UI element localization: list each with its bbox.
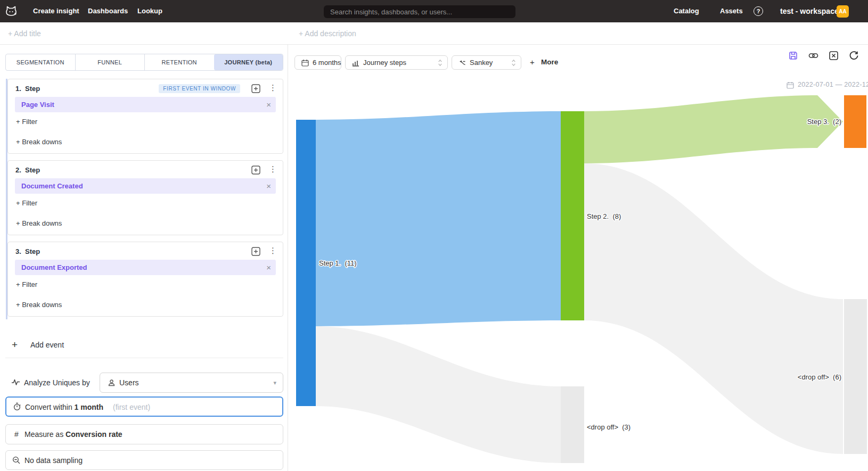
- convert-value: 1 month: [75, 403, 103, 411]
- event-name[interactable]: Document Exported: [21, 260, 87, 275]
- conversion-window-row[interactable]: Convert within 1 month(first event): [5, 396, 283, 417]
- search-input[interactable]: [324, 5, 515, 18]
- label-step1: Step 1. (11): [319, 259, 357, 267]
- label-step2: Step 2. (8): [587, 212, 621, 220]
- label-step3: Step 3. (2): [807, 118, 841, 126]
- analyze-entity-value: Users: [119, 373, 139, 392]
- global-search: [324, 5, 515, 18]
- insight-toolbar: + Add title + Add description: [0, 22, 868, 45]
- conversion-window-text: Convert within 1 month(first event): [25, 398, 150, 417]
- measure-value: Conversion rate: [65, 430, 122, 439]
- avatar[interactable]: AA: [837, 5, 849, 18]
- event-name[interactable]: Document Created: [21, 178, 83, 194]
- data-sampling-row[interactable]: No data sampling: [5, 450, 283, 470]
- nav-assets[interactable]: Assets: [720, 0, 743, 22]
- add-breakdown-link[interactable]: + Break downs: [16, 219, 62, 227]
- step-card-1: 1. Step FIRST EVENT IN WINDOW ⋮ Page Vis…: [7, 79, 283, 154]
- top-nav: Create insight Dashboards Lookup Catalog…: [0, 0, 868, 22]
- tab-retention[interactable]: RETENTION: [144, 54, 214, 70]
- sankey-chart: Step 1. (11) Step 2. (8) Step 3. (2) <dr…: [288, 45, 868, 471]
- help-icon[interactable]: ?: [754, 6, 763, 16]
- workspace-name[interactable]: test - workspace: [780, 0, 839, 22]
- zoom-out-icon: [12, 456, 21, 465]
- nav-lookup[interactable]: Lookup: [137, 0, 162, 22]
- flow-step2-dropoff[interactable]: [584, 163, 843, 454]
- add-breakdown-link[interactable]: + Break downs: [16, 301, 62, 309]
- tab-journey[interactable]: JOURNEY (beta): [214, 54, 283, 70]
- plus-icon: +: [12, 338, 18, 351]
- analyze-entity-select[interactable]: Users ▾: [100, 373, 283, 393]
- tab-segmentation[interactable]: SEGMENTATION: [6, 54, 75, 70]
- convert-suffix: (first event): [113, 403, 150, 411]
- step-card-2: 2. Step ⋮ Document Created × + Filter + …: [7, 160, 283, 235]
- step-title: 2. Step: [15, 166, 40, 174]
- add-event-to-step-icon[interactable]: [251, 166, 260, 175]
- node-step3[interactable]: [844, 95, 866, 148]
- add-event-to-step-icon[interactable]: [251, 247, 260, 256]
- nav-create-insight[interactable]: Create insight: [33, 0, 79, 22]
- nav-catalog[interactable]: Catalog: [674, 0, 699, 22]
- add-breakdown-link[interactable]: + Break downs: [16, 138, 62, 146]
- add-title-field[interactable]: + Add title: [8, 22, 41, 45]
- hash-icon: #: [12, 430, 21, 439]
- step-menu-icon[interactable]: ⋮: [269, 164, 276, 174]
- flow-step1-step2[interactable]: [316, 111, 561, 326]
- add-event-label: Add event: [30, 338, 64, 351]
- node-step1[interactable]: [296, 120, 316, 406]
- user-icon: [108, 379, 116, 387]
- stopwatch-icon: [13, 402, 21, 411]
- add-description-field[interactable]: + Add description: [299, 22, 356, 45]
- remove-event-icon[interactable]: ×: [266, 260, 271, 275]
- label-dropoff-6: <drop off> (6): [798, 373, 841, 381]
- analyze-uniques-label: Analyze Uniques by: [24, 378, 90, 387]
- pulse-icon: [11, 378, 20, 387]
- step-menu-icon[interactable]: ⋮: [269, 83, 276, 93]
- measure-as-row[interactable]: # Measure as Conversion rate: [5, 424, 283, 444]
- step-menu-icon[interactable]: ⋮: [269, 246, 276, 255]
- remove-event-icon[interactable]: ×: [266, 97, 271, 112]
- node-dropoff-6[interactable]: [844, 299, 867, 454]
- add-filter-link[interactable]: + Filter: [16, 280, 37, 288]
- event-chip[interactable]: Document Exported ×: [15, 260, 276, 275]
- app-root: Create insight Dashboards Lookup Catalog…: [0, 0, 868, 471]
- step-title: 3. Step: [15, 247, 40, 255]
- first-event-badge: FIRST EVENT IN WINDOW: [159, 84, 240, 93]
- label-dropoff-3: <drop off> (3): [587, 423, 630, 431]
- event-name[interactable]: Page Visit: [21, 97, 54, 112]
- flow-step2-step3[interactable]: [584, 95, 843, 163]
- convert-prefix: Convert within: [25, 403, 75, 411]
- step-title: 1. Step: [15, 85, 40, 93]
- panel-divider: [5, 358, 283, 358]
- measure-prefix: Measure as: [24, 430, 65, 439]
- insight-type-tabs: SEGMENTATION FUNNEL RETENTION JOURNEY (b…: [5, 54, 283, 71]
- event-chip[interactable]: Document Created ×: [15, 178, 276, 194]
- node-dropoff-3[interactable]: [561, 386, 584, 463]
- node-step2[interactable]: [561, 111, 584, 320]
- add-filter-link[interactable]: + Filter: [16, 118, 37, 126]
- app-logo-cat-icon[interactable]: [5, 5, 18, 18]
- event-chip[interactable]: Page Visit ×: [15, 97, 276, 112]
- measure-as-text: Measure as Conversion rate: [24, 425, 122, 444]
- flow-step1-dropoff[interactable]: [316, 326, 561, 463]
- remove-event-icon[interactable]: ×: [266, 178, 271, 194]
- step-card-3: 3. Step ⋮ Document Exported × + Filter +…: [7, 242, 283, 317]
- add-event-to-step-icon[interactable]: [251, 84, 260, 93]
- add-filter-link[interactable]: + Filter: [16, 199, 37, 207]
- tab-funnel[interactable]: FUNNEL: [75, 54, 145, 70]
- chevron-down-icon: ▾: [273, 373, 276, 392]
- data-sampling-text: No data sampling: [24, 451, 83, 470]
- nav-dashboards[interactable]: Dashboards: [88, 0, 128, 22]
